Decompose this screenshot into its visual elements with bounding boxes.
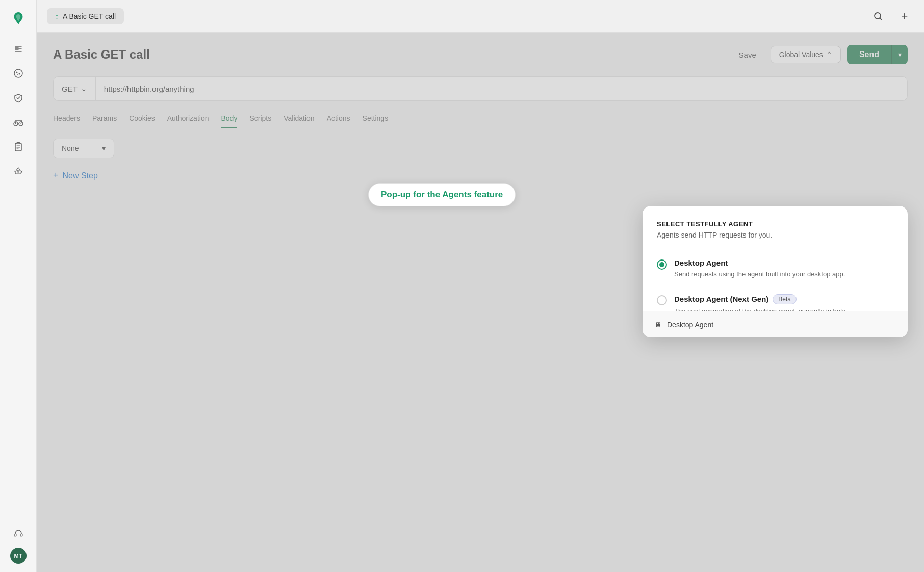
tab-pill-label: A Basic GET call — [63, 12, 116, 20]
agent-selection-popup: SELECT TESTFULLY AGENT Agents send HTTP … — [643, 206, 908, 337]
clipboard-icon[interactable] — [8, 137, 29, 157]
agent-popup-subtitle: Agents send HTTP requests for you. — [657, 231, 893, 239]
desktop-agent-status-icon: 🖥 — [655, 321, 662, 329]
svg-point-6 — [16, 72, 17, 73]
desktop-agent-nextgen-radio[interactable] — [657, 295, 667, 305]
svg-point-7 — [18, 73, 20, 75]
sidebar: MT — [0, 0, 37, 572]
svg-line-19 — [880, 18, 882, 20]
topbar: ↕ A Basic GET call + — [37, 0, 924, 33]
app-logo[interactable] — [8, 8, 29, 29]
svg-point-8 — [17, 74, 18, 75]
desktop-agent-content: Desktop Agent Send requests using the ag… — [674, 258, 845, 279]
desktop-agent-desc: Send requests using the agent built into… — [674, 269, 845, 279]
active-tab-pill[interactable]: ↕ A Basic GET call — [47, 8, 124, 24]
desktop-agent-radio[interactable] — [657, 259, 667, 270]
shield-icon[interactable] — [8, 88, 29, 108]
cookie-icon[interactable] — [8, 63, 29, 84]
binoculars-icon[interactable] — [8, 112, 29, 133]
desktop-agent-nextgen-title: Desktop Agent (Next Gen) Beta — [674, 294, 848, 304]
desktop-agent-title: Desktop Agent — [674, 258, 845, 267]
add-icon[interactable]: + — [895, 7, 914, 25]
avatar[interactable]: MT — [10, 548, 27, 564]
list-icon[interactable] — [8, 39, 29, 59]
beta-badge: Beta — [773, 294, 797, 304]
recycle-icon[interactable] — [8, 161, 29, 181]
desktop-agent-option[interactable]: Desktop Agent Send requests using the ag… — [657, 251, 893, 287]
svg-rect-17 — [20, 534, 22, 536]
main-content: A Basic GET call Save Global Values ⌃ Se… — [37, 33, 924, 572]
tab-arrows-icon: ↕ — [55, 12, 59, 20]
main-area: ↕ A Basic GET call + A Basic GET call Sa… — [37, 0, 924, 572]
search-icon[interactable] — [869, 7, 887, 25]
agents-popup-tooltip: Pop-up for the Agents feature — [368, 183, 516, 206]
agent-status-bar: 🖥 Desktop Agent — [643, 311, 908, 337]
desktop-agent-status-label: Desktop Agent — [667, 321, 713, 329]
svg-rect-16 — [14, 534, 16, 536]
agent-popup-title: SELECT TESTFULLY AGENT — [657, 220, 893, 228]
sidebar-bottom: MT — [8, 523, 29, 564]
topbar-actions: + — [869, 7, 914, 25]
headset-icon[interactable] — [8, 523, 29, 543]
svg-point-5 — [14, 69, 22, 77]
